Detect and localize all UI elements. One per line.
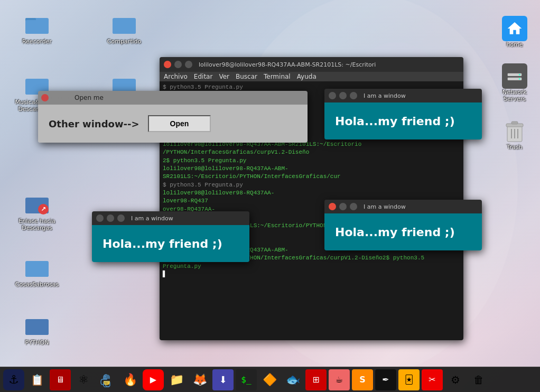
- taskbar-files[interactable]: 📋: [26, 369, 48, 390]
- svg-rect-22: [25, 321, 49, 335]
- hola-message-3: Hola...my friend ;): [335, 226, 455, 239]
- hola-max-3[interactable]: [350, 203, 357, 210]
- monitor-icon: 🖥: [56, 375, 64, 385]
- taskbar-anchor[interactable]: ⚓: [3, 369, 24, 390]
- hola-body-1: Hola...my friend ;): [324, 102, 482, 139]
- icon-label-network: Network Servers: [494, 89, 536, 102]
- menu-ver[interactable]: Ver: [219, 73, 229, 80]
- terminal-line: Pregunta.py: [163, 263, 460, 270]
- taskbar-redapp[interactable]: ✂: [422, 369, 443, 390]
- desktop-icon-reecorder[interactable]: Reecorder: [16, 11, 58, 45]
- terminal-line: lolilover98@lolilover98-RQ437AA-: [163, 189, 460, 197]
- taskbar-folder[interactable]: 📁: [166, 369, 187, 390]
- vlc-icon: 🔶: [263, 373, 277, 386]
- terminal-close-btn[interactable]: [164, 61, 171, 68]
- svg-rect-29: [511, 122, 518, 124]
- hola-body-3: Hola...my friend ;): [324, 213, 482, 250]
- redapp-icon: ✂: [429, 375, 435, 385]
- svg-rect-20: [25, 263, 49, 277]
- hola-message-2: Hola...my friend ;): [103, 237, 222, 250]
- trash-icon: [502, 118, 527, 144]
- taskbar-vlc[interactable]: 🔶: [259, 369, 280, 390]
- desktop-icon-compartido[interactable]: Compartido: [103, 11, 145, 45]
- hola-title-3: I am a window: [364, 203, 406, 210]
- taskbar-app1[interactable]: ⊞: [305, 369, 327, 390]
- sublime-icon: S: [359, 375, 366, 385]
- java-icon: ☕: [336, 375, 343, 385]
- fish-icon: 🐟: [286, 373, 300, 386]
- dialog-open-button[interactable]: Open: [148, 115, 211, 132]
- taskbar-settings[interactable]: ⚙: [445, 369, 466, 390]
- hola-max-1[interactable]: [350, 92, 357, 99]
- taskbar-trash[interactable]: 🗑: [468, 369, 489, 390]
- svg-rect-8: [25, 20, 49, 34]
- hola-titlebar-3: I am a window: [324, 200, 482, 213]
- taskbar-download[interactable]: ⬇: [212, 369, 234, 390]
- tiles-icon: 🃏: [405, 375, 413, 385]
- menu-archivo[interactable]: Archivo: [164, 73, 188, 80]
- download-icon: ⬇: [219, 374, 227, 385]
- hola-window-bottom-right[interactable]: I am a window Hola...my friend ;): [324, 200, 482, 250]
- dialog-body: Other window--> Open: [38, 105, 308, 143]
- terminal-menubar: Archivo Editar Ver Buscar Terminal Ayuda: [160, 72, 463, 81]
- network-icon: [502, 63, 527, 89]
- icon-label-enlace: Enlace haciaDescargas: [18, 218, 55, 231]
- hola-close-3[interactable]: [329, 203, 336, 210]
- menu-editar[interactable]: Editar: [194, 73, 213, 80]
- files-icon: 📋: [31, 374, 44, 386]
- folder-icon-python: [24, 312, 50, 337]
- terminal-line: lolilover98@lolilover98-RQ437AA-ABM-SR21…: [163, 165, 460, 181]
- hola-min-3[interactable]: [339, 203, 347, 210]
- taskbar-inkscape[interactable]: ✒: [375, 369, 396, 390]
- desktop-icon-home[interactable]: home: [494, 16, 536, 48]
- dialog-title-text: Open me: [75, 94, 104, 101]
- terminal-taskbar-icon: $_: [241, 375, 251, 385]
- taskbar-fire[interactable]: 🔥: [119, 369, 141, 390]
- folder-icon-reecorder: [24, 11, 50, 36]
- hola-min-1[interactable]: [339, 92, 347, 99]
- firefox-icon: 🦊: [193, 373, 207, 386]
- taskbar-terminal[interactable]: $_: [236, 369, 257, 390]
- svg-point-25: [519, 74, 520, 76]
- svg-rect-10: [113, 20, 136, 34]
- desktop-icon-trash[interactable]: Trash: [494, 118, 536, 151]
- menu-ayuda[interactable]: Ayuda: [297, 73, 316, 80]
- taskbar-fish[interactable]: 🐟: [282, 369, 303, 390]
- hola-titlebar-2: I am a window: [92, 211, 249, 225]
- inkscape-icon: ✒: [382, 375, 389, 385]
- dialog-max-btn[interactable]: [61, 94, 69, 101]
- taskbar-python[interactable]: [96, 369, 117, 390]
- terminal-min-btn[interactable]: [174, 61, 182, 68]
- taskbar-atom[interactable]: ⚛: [73, 369, 94, 390]
- dialog-window[interactable]: Open me Other window--> Open: [38, 91, 308, 143]
- dialog-titlebar: Open me: [38, 91, 308, 105]
- menu-buscar[interactable]: Buscar: [236, 73, 257, 80]
- taskbar-tiles[interactable]: 🃏: [398, 369, 420, 390]
- svg-point-34: [108, 382, 109, 384]
- hola-min-2[interactable]: [107, 214, 114, 222]
- desktop-icon-python[interactable]: PYTHON: [16, 312, 58, 346]
- hola-close-2[interactable]: [96, 214, 104, 222]
- taskbar-youtube[interactable]: ▶: [143, 369, 164, 390]
- terminal-max-btn[interactable]: [185, 61, 192, 68]
- desktop-icon-cosas[interactable]: CosasSabrosas: [16, 254, 58, 288]
- dialog-min-btn[interactable]: [51, 94, 59, 101]
- taskbar-java[interactable]: ☕: [329, 369, 350, 390]
- hola-window-top-right[interactable]: I am a window Hola...my friend ;): [324, 89, 482, 139]
- hola-body-2: Hola...my friend ;): [92, 225, 249, 262]
- icon-label-reecorder: Reecorder: [22, 38, 52, 45]
- hola-close-1[interactable]: [329, 92, 336, 99]
- taskbar-firefox[interactable]: 🦊: [189, 369, 210, 390]
- hola-titlebar-1: I am a window: [324, 89, 482, 102]
- taskbar-sublime[interactable]: S: [352, 369, 373, 390]
- hola-max-2[interactable]: [117, 214, 125, 222]
- terminal-cursor: ▋: [163, 270, 460, 278]
- dialog-close-btn[interactable]: [41, 94, 49, 101]
- folder-taskbar-icon: 📁: [170, 373, 184, 386]
- desktop-icon-network[interactable]: Network Servers: [494, 63, 536, 102]
- fire-icon: 🔥: [123, 373, 137, 386]
- menu-terminal[interactable]: Terminal: [264, 73, 291, 80]
- desktop-icon-enlace[interactable]: ↗ Enlace haciaDescargas: [16, 190, 58, 231]
- taskbar-monitor[interactable]: 🖥: [50, 369, 71, 390]
- hola-window-bottom-left[interactable]: I am a window Hola...my friend ;): [92, 211, 249, 262]
